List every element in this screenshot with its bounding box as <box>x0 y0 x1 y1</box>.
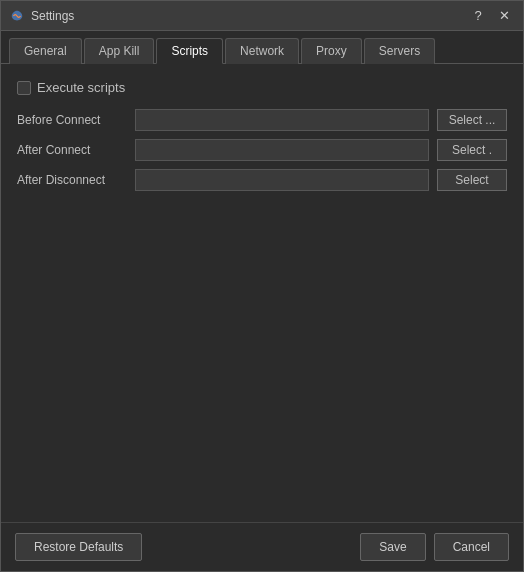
window-title: Settings <box>31 9 467 23</box>
title-bar: Settings ? ✕ <box>1 1 523 31</box>
after-connect-row: After Connect Select . <box>17 139 507 161</box>
tab-network[interactable]: Network <box>225 38 299 64</box>
after-connect-input[interactable] <box>135 139 429 161</box>
help-button[interactable]: ? <box>467 5 489 27</box>
scripts-content: Execute scripts Before Connect Select ..… <box>1 64 523 522</box>
close-button[interactable]: ✕ <box>493 5 515 27</box>
execute-scripts-checkbox[interactable] <box>17 81 31 95</box>
after-disconnect-row: After Disconnect Select <box>17 169 507 191</box>
bottom-bar: Restore Defaults Save Cancel <box>1 522 523 571</box>
tab-appkill[interactable]: App Kill <box>84 38 155 64</box>
settings-window: Settings ? ✕ General App Kill Scripts Ne… <box>0 0 524 572</box>
before-connect-input[interactable] <box>135 109 429 131</box>
before-connect-label: Before Connect <box>17 113 127 127</box>
tab-servers[interactable]: Servers <box>364 38 435 64</box>
app-icon <box>9 8 25 24</box>
after-connect-select-button[interactable]: Select . <box>437 139 507 161</box>
tab-proxy[interactable]: Proxy <box>301 38 362 64</box>
after-disconnect-select-button[interactable]: Select <box>437 169 507 191</box>
after-disconnect-label: After Disconnect <box>17 173 127 187</box>
title-bar-buttons: ? ✕ <box>467 5 515 27</box>
bottom-right-buttons: Save Cancel <box>360 533 509 561</box>
restore-defaults-button[interactable]: Restore Defaults <box>15 533 142 561</box>
tab-scripts[interactable]: Scripts <box>156 38 223 64</box>
before-connect-row: Before Connect Select ... <box>17 109 507 131</box>
tab-general[interactable]: General <box>9 38 82 64</box>
after-disconnect-input[interactable] <box>135 169 429 191</box>
execute-scripts-label: Execute scripts <box>37 80 125 95</box>
tabs-bar: General App Kill Scripts Network Proxy S… <box>1 31 523 64</box>
execute-scripts-row: Execute scripts <box>17 80 507 95</box>
save-button[interactable]: Save <box>360 533 425 561</box>
before-connect-select-button[interactable]: Select ... <box>437 109 507 131</box>
after-connect-label: After Connect <box>17 143 127 157</box>
cancel-button[interactable]: Cancel <box>434 533 509 561</box>
